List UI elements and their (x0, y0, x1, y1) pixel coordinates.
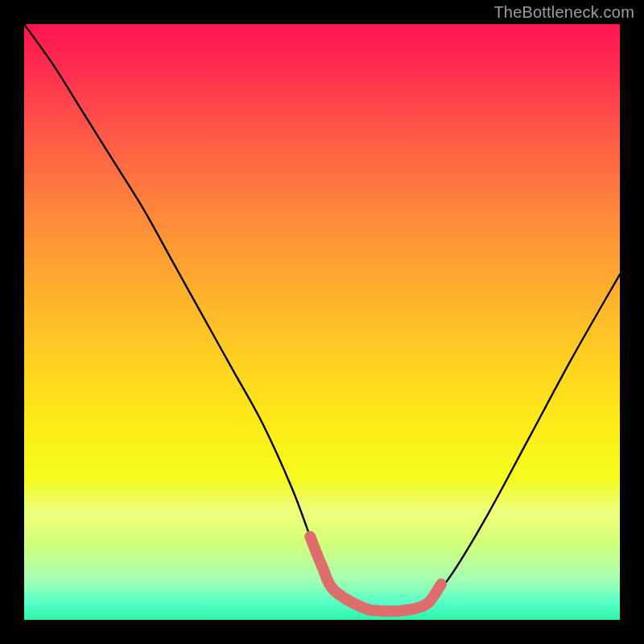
watermark-label: TheBottleneck.com (493, 3, 634, 22)
chart-svg (24, 24, 620, 620)
bottleneck-curve-path (24, 24, 620, 611)
chart-outer-frame: TheBottleneck.com (0, 0, 644, 644)
chart-plot-area (24, 24, 620, 620)
optimal-zone-path (310, 536, 441, 611)
